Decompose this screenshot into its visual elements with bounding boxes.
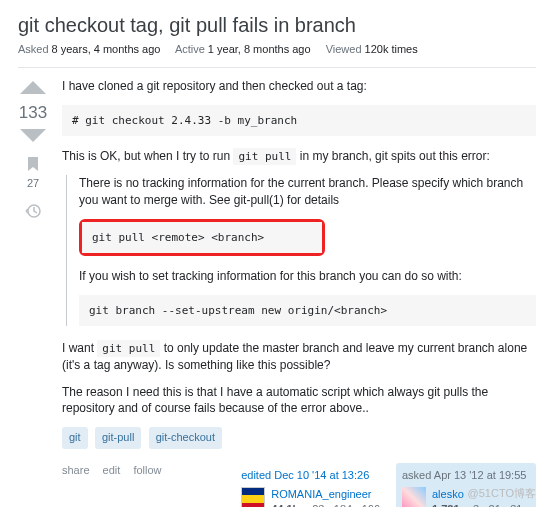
highlighted-command: git pull <remote> <branch>: [79, 219, 325, 256]
active-label: Active: [175, 43, 205, 55]
watermark: @51CTO博客: [468, 486, 536, 501]
editor-name[interactable]: ROMANIA_engineer: [271, 487, 380, 502]
paragraph: I have cloned a git repository and then …: [62, 78, 536, 95]
bookmark-button[interactable]: [26, 156, 40, 175]
paragraph: This is OK, but when I try to run git pu…: [62, 148, 536, 165]
silver-count: 21: [489, 503, 501, 507]
question-meta: Asked8 years, 4 months ago Active1 year,…: [18, 43, 536, 55]
bookmark-count: 27: [27, 177, 39, 189]
follow-link[interactable]: follow: [133, 464, 161, 476]
silver-count: 184: [334, 503, 352, 507]
quote-text: There is no tracking information for the…: [79, 175, 536, 209]
question-body: I have cloned a git repository and then …: [62, 78, 536, 507]
asked-value: 8 years, 4 months ago: [52, 43, 161, 55]
inline-code: git pull: [97, 340, 160, 357]
vote-column: 133 27: [18, 78, 48, 507]
gold-count: 23: [312, 503, 324, 507]
text: This is OK, but when I try to run: [62, 149, 233, 163]
active-value: 1 year, 8 months ago: [208, 43, 311, 55]
paragraph: The reason I need this is that I have a …: [62, 384, 536, 418]
code-block: git branch --set-upstream new origin/<br…: [79, 295, 536, 326]
editor-card: edited Dec 10 '14 at 13:26 ROMANIA_engin…: [235, 463, 386, 507]
tags: git git-pull git-checkout: [62, 427, 536, 448]
text: I want: [62, 341, 97, 355]
tag-git-pull[interactable]: git-pull: [95, 427, 141, 448]
text: in my branch, git spits out this error:: [296, 149, 489, 163]
asker-avatar[interactable]: [402, 487, 426, 507]
asked-time: asked Apr 13 '12 at 19:55: [402, 468, 530, 483]
edited-time[interactable]: edited Dec 10 '14 at 13:26: [241, 468, 380, 483]
post-actions: share edit follow: [62, 463, 172, 478]
paragraph: I want git pull to only update the maste…: [62, 340, 536, 374]
editor-avatar[interactable]: [241, 487, 265, 507]
inline-code: git pull: [233, 148, 296, 165]
tag-git[interactable]: git: [62, 427, 88, 448]
editor-stats: 44.1k23184166: [271, 502, 380, 507]
code-block: # git checkout 2.4.33 -b my_branch: [62, 105, 536, 136]
error-quote: There is no tracking information for the…: [66, 175, 536, 326]
share-link[interactable]: share: [62, 464, 90, 476]
viewed-label: Viewed: [326, 43, 362, 55]
gold-count: 3: [473, 503, 479, 507]
divider: [18, 67, 536, 68]
rep: 1,731: [432, 503, 460, 507]
edit-link[interactable]: edit: [103, 464, 121, 476]
viewed-value: 120k times: [365, 43, 418, 55]
vote-score: 133: [19, 103, 47, 123]
downvote-button[interactable]: [18, 127, 48, 148]
quote-text: If you wish to set tracking information …: [79, 268, 536, 285]
bronze-count: 31: [510, 503, 522, 507]
asked-label: Asked: [18, 43, 49, 55]
code-block: git pull <remote> <branch>: [82, 222, 322, 253]
question-title: git checkout tag, git pull fails in bran…: [18, 14, 536, 37]
rep: 44.1k: [271, 503, 299, 507]
history-button[interactable]: [25, 203, 41, 222]
tag-git-checkout[interactable]: git-checkout: [149, 427, 222, 448]
upvote-button[interactable]: [18, 78, 48, 99]
asker-stats: 1,73132131: [432, 502, 522, 507]
bronze-count: 166: [362, 503, 380, 507]
